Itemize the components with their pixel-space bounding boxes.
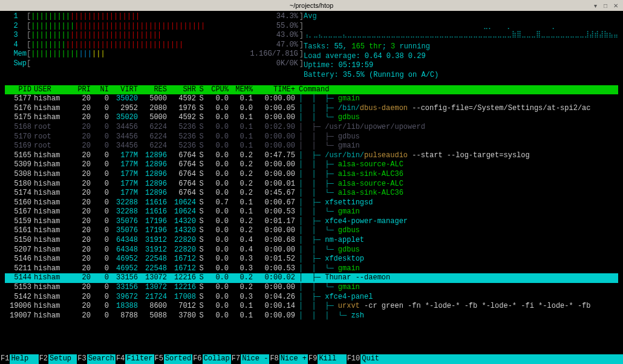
window-title: ~/projects/htop: [290, 1, 333, 10]
meters-left: 1[|||||||||||||||||||||||||34.3%] 2[||||…: [5, 12, 304, 80]
header-user[interactable]: USER: [33, 85, 73, 95]
process-row[interactable]: 5180hisham200177M128966764S0.00.20:00.01…: [5, 180, 618, 189]
process-row[interactable]: 5174hisham200177M128966764S0.00.20:45.67…: [5, 189, 618, 198]
fkey-f5[interactable]: F5: [154, 354, 164, 364]
process-row[interactable]: 5211hisham200469522254816712S0.00.30:00.…: [5, 264, 618, 274]
process-row[interactable]: 5207hisham200643483191222820S0.00.40:00.…: [5, 245, 618, 255]
cpu-meter-4: 4[|||||||||||||||||||||||||||||||||||47.…: [5, 41, 304, 50]
header-res[interactable]: RES: [139, 85, 168, 95]
process-row[interactable]: 5170root2003445662245236S0.00.10:00.00│ …: [5, 132, 618, 142]
process-row[interactable]: 5308hisham200177M128966764S0.00.20:00.00…: [5, 170, 618, 180]
cpu-graph-line2: ⢠⡀⣀⣄⣀⣀⣀⣀⣄⣀⣀⣀⣀⣀⣀⣀⣀⣀⣀⣀⣀⣀⣀⣀⣀⣀⣀⣀⣀⣀⣀⣀⣀⣀⣀⣀⣀⣀⣀⣀…: [304, 30, 618, 39]
function-key-bar: F1Help F2Setup F3SearchF4FilterF5SortedF…: [0, 354, 623, 364]
header-time[interactable]: TIME+: [254, 85, 296, 95]
flabel-f3[interactable]: Search: [87, 354, 116, 364]
header-s[interactable]: S: [197, 85, 206, 95]
process-row[interactable]: 5175hisham2003502050004592S0.00.10:00.00…: [5, 113, 618, 123]
process-row[interactable]: 5153hisham200331561307212216S0.00.20:00.…: [5, 283, 618, 293]
avg-label: Avg: [304, 12, 618, 22]
header-cpu[interactable]: CPU%: [206, 85, 230, 95]
footer-filler: [389, 354, 623, 364]
fkey-f9[interactable]: F9: [308, 354, 318, 364]
process-list[interactable]: 5177hisham2003502050004592S0.00.10:00.00…: [5, 94, 618, 320]
maximize-icon[interactable]: □: [604, 2, 611, 9]
process-row[interactable]: 19007hisham200878850883780S0.00.10:00.09…: [5, 311, 618, 321]
process-row[interactable]: 5142hisham200396722172417008S0.00.30:04.…: [5, 293, 618, 302]
meters-right: Avg ⣀⡀ ⢀ ⢀ ⢠⡀⣀⣄⣀⣀⣀⣀⣄⣀⣀⣀⣀⣀⣀⣀⣀⣀⣀⣀⣀⣀⣀⣀⣀⣀⣀⣀⣀…: [304, 12, 618, 80]
process-row[interactable]: 5146hisham200469522254816712S0.00.30:01.…: [5, 255, 618, 264]
flabel-f9[interactable]: Kill: [318, 354, 346, 364]
fkey-f3[interactable]: F3: [77, 354, 86, 364]
process-row[interactable]: 5177hisham2003502050004592S0.00.10:00.00…: [5, 94, 618, 104]
process-row[interactable]: 5309hisham200177M128966764S0.00.20:00.00…: [5, 160, 618, 170]
header-cmd[interactable]: Command: [296, 85, 618, 95]
close-icon[interactable]: ✕: [613, 2, 621, 9]
flabel-f6[interactable]: Collap: [203, 354, 231, 364]
header-pri[interactable]: PRI: [73, 85, 92, 95]
tasks-line: Tasks: 55, 165 thr; 3 running: [304, 42, 618, 52]
process-header-row[interactable]: PID USER PRI NI VIRT RES SHR S CPU% MEM%…: [5, 85, 618, 95]
flabel-f7[interactable]: Nice -: [241, 354, 269, 364]
process-row[interactable]: 5160hisham200322881161610624S0.70.10:00.…: [5, 198, 618, 208]
cpu-meter-1: 1[|||||||||||||||||||||||||34.3%]: [5, 12, 304, 22]
battery-line: Battery: 35.5% (Running on A/C): [304, 71, 618, 80]
header-pid[interactable]: PID: [5, 85, 33, 95]
header-mem[interactable]: MEM%: [230, 85, 254, 95]
terminal-body: 1[|||||||||||||||||||||||||34.3%] 2[||||…: [0, 11, 623, 322]
minimize-icon[interactable]: ▾: [594, 2, 601, 9]
fkey-f10[interactable]: F10: [347, 354, 361, 364]
flabel-f8[interactable]: Nice +: [279, 354, 308, 364]
fkey-f6[interactable]: F6: [192, 354, 202, 364]
window-titlebar: ~/projects/htop ▾ □ ✕: [0, 0, 623, 11]
process-row[interactable]: 5168root2003445662245236S0.00.10:02.90│ …: [5, 123, 618, 132]
flabel-f4[interactable]: Filter: [125, 354, 154, 364]
process-row[interactable]: 19006hisham2001838886007012S0.00.10:00.1…: [5, 302, 618, 311]
uptime-line: Uptime: 05:19:59: [304, 61, 618, 71]
fkey-f8[interactable]: F8: [269, 354, 279, 364]
fkey-f1[interactable]: F1: [0, 354, 10, 364]
process-row[interactable]: 5161hisham200350761719614320S0.00.20:00.…: [5, 226, 618, 236]
header-shr[interactable]: SHR: [168, 85, 197, 95]
process-row[interactable]: 5176hisham200295220801976S0.00.00:00.05│…: [5, 104, 618, 114]
fkey-f2[interactable]: F2: [39, 354, 48, 364]
flabel-f10[interactable]: Quit: [360, 354, 389, 364]
flabel-f5[interactable]: Sorted: [164, 354, 192, 364]
fkey-f7[interactable]: F7: [231, 354, 241, 364]
mem-meter: Mem[|||||||||||||||||1.16G/7.81G]: [5, 50, 304, 59]
process-row[interactable]: 5159hisham200350761719614320S0.00.20:01.…: [5, 217, 618, 227]
cpu-meter-2: 2[||||||||||||||||||||||||||||||||||||||…: [5, 22, 304, 31]
process-row[interactable]: 5144hisham200331561307212216S0.00.20:00.…: [5, 273, 618, 283]
header-virt[interactable]: VIRT: [110, 85, 139, 95]
process-row[interactable]: 5165hisham200177M128966764S0.00.20:47.75…: [5, 151, 618, 161]
process-row[interactable]: 5150hisham200643483191222820S0.00.40:00.…: [5, 236, 618, 245]
load-average-line: Load average: 0.64 0.38 0.29: [304, 52, 618, 62]
header-ni[interactable]: NI: [92, 85, 110, 95]
cpu-meter-3: 3[||||||||||||||||||||||||||||||43.0%]: [5, 31, 304, 41]
fkey-f4[interactable]: F4: [116, 354, 125, 364]
process-row[interactable]: 5167hisham200322881161610624S0.00.10:00.…: [5, 207, 618, 217]
cpu-graph-line1: ⣀⡀ ⢀ ⢀: [304, 22, 618, 30]
flabel-f1[interactable]: Help: [10, 354, 38, 364]
flabel-f2[interactable]: Setup: [48, 354, 77, 364]
process-row[interactable]: 5169root2003445662245236S0.00.10:00.00│ …: [5, 141, 618, 151]
swap-meter: Swp[0K/0K]: [5, 59, 304, 69]
